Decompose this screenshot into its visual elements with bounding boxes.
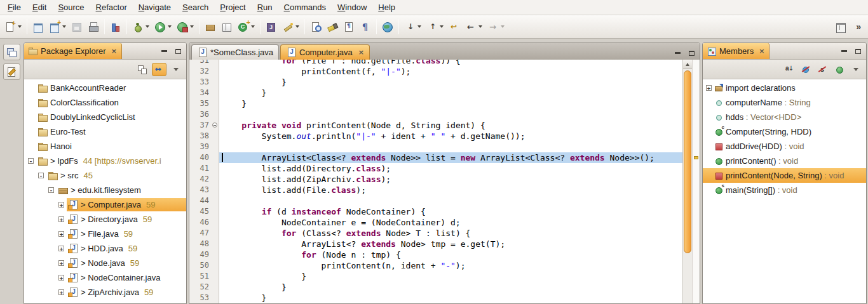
open-search-dialog-button[interactable] (308, 18, 324, 36)
tree-item-bankaccountreader[interactable]: BankAccountReader (24, 81, 186, 95)
tree-item-hanoi[interactable]: Hanoi (24, 139, 186, 154)
menu-item-run[interactable]: Run (252, 1, 278, 14)
new-java-class-button[interactable] (235, 18, 257, 36)
collapse-all-button[interactable] (135, 63, 150, 76)
dropdown-arrow-icon[interactable] (251, 25, 255, 28)
code-line-51[interactable]: } (219, 271, 682, 282)
tree-item-edu-kit-filesystem[interactable]: -> edu.kit.filesystem (24, 183, 186, 197)
search-button[interactable] (324, 18, 341, 36)
maximize-button[interactable] (853, 47, 862, 56)
new-junit-test-button[interactable] (219, 18, 235, 36)
overview-ruler[interactable] (692, 60, 700, 303)
record-macro-button[interactable] (280, 18, 302, 36)
code-line-53[interactable]: } (219, 293, 682, 303)
tree-item-nodecontainer-java[interactable]: +> NodeContainer.java (24, 270, 186, 285)
dropdown-arrow-icon[interactable] (146, 25, 149, 28)
view-menu-button[interactable] (168, 63, 183, 76)
menu-item-window[interactable]: Window (332, 1, 372, 14)
code-line-35[interactable]: } (219, 98, 682, 109)
code-line-49[interactable]: for (Node n : tmp) { (219, 249, 682, 260)
scroll-up-arrow-icon[interactable] (683, 60, 692, 69)
expander-plus-icon[interactable]: + (58, 202, 64, 208)
hide-fields-button[interactable] (799, 63, 813, 76)
tree-item-file-java[interactable]: +> File.java59 (24, 227, 186, 241)
save-button[interactable] (69, 18, 85, 36)
tree-item-doublylinkedcycliclist[interactable]: DoublyLinkedCyclicList (24, 110, 186, 124)
menu-item-search[interactable]: Search (177, 1, 214, 14)
dropdown-arrow-icon[interactable] (18, 25, 22, 28)
editor-tab-computer-java[interactable]: Computer.java× (280, 44, 370, 60)
member-hdds[interactable]: hdds : Vector<HDD> (703, 110, 866, 124)
menu-item-help[interactable]: Help (372, 1, 401, 14)
expander-minus-icon[interactable]: - (38, 173, 44, 178)
member-printcontent-node-string[interactable]: printContent(Node, String) : void (703, 168, 866, 183)
member-adddrive-hdd[interactable]: addDrive(HDD) : void (703, 139, 866, 154)
tree-item-ziparchiv-java[interactable]: +> ZipArchiv.java59 (24, 285, 186, 300)
dropdown-arrow-icon[interactable] (295, 25, 299, 28)
code-line-33[interactable]: } (219, 77, 682, 88)
members-tab[interactable]: Members × (703, 43, 770, 59)
code-line-50[interactable]: printContent(n, ident + "-"); (219, 260, 682, 271)
code-line-48[interactable]: ArrayList<? extends Node> tmp = e.get(T)… (219, 239, 682, 249)
sort-button[interactable] (782, 63, 797, 76)
expander-plus-icon[interactable]: + (58, 289, 64, 295)
code-line-47[interactable]: for (Class<? extends Node> T : list) { (219, 228, 682, 239)
code-line-52[interactable]: } (219, 282, 682, 293)
overview-marker[interactable] (694, 156, 698, 159)
external-tools-button[interactable] (174, 18, 196, 36)
last-edit-location-button[interactable] (446, 18, 463, 36)
menu-item-edit[interactable]: Edit (27, 1, 52, 14)
code-area[interactable]: for (File f : hdd.get(File.class)) { pri… (219, 60, 682, 303)
code-line-36[interactable] (219, 109, 682, 120)
dropdown-arrow-icon[interactable] (417, 25, 421, 28)
show-whitespace-button[interactable] (341, 18, 357, 36)
expander-plus-icon[interactable]: + (58, 231, 64, 237)
minimize-button[interactable] (839, 47, 848, 56)
open-browser-button[interactable] (379, 18, 396, 36)
print-button[interactable] (85, 18, 102, 36)
scrollbar-thumb[interactable] (684, 70, 691, 253)
member-computer-string-hdd[interactable]: Computer(String, HDD) (703, 124, 866, 139)
forward-button[interactable] (485, 18, 507, 36)
expander-plus-icon[interactable]: + (706, 85, 712, 91)
menu-item-file[interactable]: File (2, 1, 27, 14)
code-line-43[interactable]: list.add(File.class); (219, 185, 682, 195)
menu-item-navigate[interactable]: Navigate (133, 1, 177, 14)
menu-item-project[interactable]: Project (214, 1, 251, 14)
workbench-button[interactable] (832, 18, 849, 36)
code-line-32[interactable]: printContent(f, "|-"); (219, 66, 682, 77)
tree-item-directory-java[interactable]: +> Directory.java59 (24, 212, 186, 227)
member-printcontent[interactable]: printContent() : void (703, 154, 866, 168)
maximize-button[interactable] (687, 49, 696, 58)
show-paragraphs-button[interactable] (357, 18, 374, 36)
new-wizard-button[interactable] (2, 18, 24, 36)
code-line-40[interactable]: ArrayList<Class<? extends Node>> list = … (219, 152, 682, 163)
code-line-45[interactable]: if (d instanceof NodeContainer) { (219, 206, 682, 217)
tree-item-node-java[interactable]: +> Node.java59 (24, 256, 186, 270)
minimize-button[interactable] (673, 49, 682, 58)
expander-minus-icon[interactable]: - (28, 158, 34, 164)
close-icon[interactable]: × (759, 48, 764, 55)
member-main-string[interactable]: main(String[]) : void (703, 183, 866, 197)
editor-vertical-scrollbar[interactable] (682, 60, 692, 303)
member-import-declarations[interactable]: +import declarations (703, 81, 866, 95)
dropdown-arrow-icon[interactable] (168, 25, 172, 28)
back-button[interactable] (463, 18, 485, 36)
debug-button[interactable] (130, 18, 152, 36)
dropdown-arrow-icon[interactable] (478, 25, 482, 28)
expander-plus-icon[interactable]: + (58, 216, 64, 222)
restore-view-button[interactable] (3, 44, 20, 60)
member-computername[interactable]: computerName : String (703, 95, 866, 110)
code-line-42[interactable]: list.add(ZipArchiv.class); (219, 174, 682, 185)
package-explorer-tab[interactable]: Package Explorer × (24, 43, 122, 59)
open-wizard-button[interactable] (46, 18, 69, 36)
code-line-41[interactable]: list.add(Directory.class); (219, 163, 682, 174)
view-menu-button[interactable] (848, 63, 863, 76)
dropdown-arrow-icon[interactable] (190, 25, 194, 28)
code-line-44[interactable] (219, 195, 682, 206)
open-file-button[interactable] (30, 18, 46, 36)
dropdown-arrow-icon[interactable] (62, 25, 66, 28)
open-task-button[interactable] (263, 18, 280, 36)
tree-item-hdd-java[interactable]: +> HDD.java59 (24, 241, 186, 256)
build-project-button[interactable] (107, 18, 124, 36)
